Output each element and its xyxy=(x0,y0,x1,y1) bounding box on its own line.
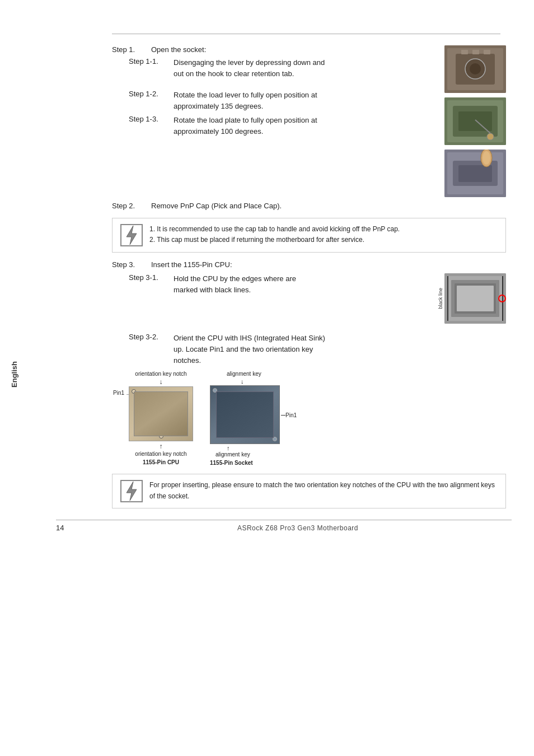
svg-rect-128 xyxy=(265,432,267,433)
svg-rect-31 xyxy=(225,396,227,398)
step1-title: Open the socket: xyxy=(151,45,206,54)
svg-rect-106 xyxy=(265,423,267,424)
socket-diagram: alignment key ↓ xyxy=(210,371,280,466)
cpu-box xyxy=(129,386,193,441)
lightning-icon2 xyxy=(120,480,143,502)
svg-rect-53 xyxy=(225,405,227,407)
svg-rect-107 xyxy=(221,427,222,429)
svg-rect-36 xyxy=(247,396,249,398)
step2-title: Remove PnP Cap (Pick and Place Cap). xyxy=(151,202,282,210)
svg-rect-88 xyxy=(234,418,236,420)
svg-rect-80 xyxy=(247,414,249,416)
step1-block: Step 1. Open the socket: Step 1-1. Disen… xyxy=(112,45,506,197)
notch-top-left xyxy=(132,389,136,394)
svg-rect-35 xyxy=(243,396,245,398)
svg-rect-29 xyxy=(218,394,273,437)
note2-box: For proper inserting, please ensure to m… xyxy=(112,474,506,508)
svg-rect-43 xyxy=(229,400,231,402)
svg-rect-125 xyxy=(252,432,254,433)
svg-rect-102 xyxy=(247,423,249,424)
svg-rect-85 xyxy=(221,418,222,420)
svg-rect-49 xyxy=(256,400,258,402)
svg-rect-63 xyxy=(221,409,222,411)
svg-rect-108 xyxy=(225,427,227,429)
svg-rect-122 xyxy=(238,432,240,433)
step31-label: Step 3-1. xyxy=(129,273,174,282)
svg-rect-46 xyxy=(243,400,245,402)
svg-rect-54 xyxy=(229,405,231,407)
step2-image xyxy=(444,150,506,197)
socket-notch-br xyxy=(273,437,277,441)
step31-image-wrapper: black line xyxy=(438,273,506,324)
svg-marker-20 xyxy=(127,226,137,245)
svg-rect-78 xyxy=(238,414,240,416)
svg-rect-116 xyxy=(261,427,263,429)
svg-rect-76 xyxy=(229,414,231,416)
svg-rect-56 xyxy=(238,405,240,407)
step31-text: Hold the CPU by the edges where are mark… xyxy=(174,273,297,296)
step3-block: Step 3. Insert the 1155-Pin CPU: Step 3-… xyxy=(112,260,506,508)
note1-box: 1. It is recommended to use the cap tab … xyxy=(112,218,506,253)
lightning-icon1 xyxy=(120,224,143,246)
svg-rect-98 xyxy=(229,423,231,424)
socket-notch-tl xyxy=(213,388,217,393)
cpu-pin1-label: Pin1 xyxy=(113,390,124,396)
svg-rect-123 xyxy=(243,432,245,433)
notch-bottom-center xyxy=(159,434,163,438)
svg-rect-83 xyxy=(261,414,263,416)
svg-point-4 xyxy=(470,63,481,74)
svg-rect-59 xyxy=(252,405,254,407)
cpu-bottom-label: orientation key notch xyxy=(135,451,186,457)
svg-rect-71 xyxy=(256,409,258,411)
socket-bottom-label: alignment key xyxy=(216,451,250,458)
socket-pin1-dash xyxy=(281,415,285,416)
svg-rect-68 xyxy=(243,409,245,411)
cpu-sub-label: 1155-Pin CPU xyxy=(143,459,179,465)
svg-rect-87 xyxy=(229,418,231,420)
svg-marker-129 xyxy=(127,482,137,501)
svg-rect-60 xyxy=(256,405,258,407)
svg-rect-77 xyxy=(234,414,236,416)
svg-rect-67 xyxy=(238,409,240,411)
step12-label: Step 1-2. xyxy=(129,90,174,98)
cpu-arrow-down: ↓ xyxy=(160,378,163,386)
svg-rect-38 xyxy=(256,396,258,398)
socket-sub-label: 1155-Pin Socket xyxy=(210,460,253,466)
svg-rect-89 xyxy=(238,418,240,420)
svg-rect-39 xyxy=(261,396,263,398)
svg-rect-40 xyxy=(265,396,267,398)
step32-text: Orient the CPU with IHS (Integrated Heat… xyxy=(174,333,330,366)
top-divider xyxy=(112,34,500,34)
cpu-diagram: orientation key notch ↓ Pin1 → xyxy=(129,371,193,465)
svg-rect-61 xyxy=(261,405,263,407)
svg-rect-73 xyxy=(265,409,267,411)
svg-rect-118 xyxy=(221,432,222,433)
svg-rect-66 xyxy=(234,409,236,411)
step1-image1 xyxy=(444,45,506,93)
step12-text: Rotate the load lever to fully open posi… xyxy=(174,90,330,112)
svg-rect-33 xyxy=(234,396,236,398)
svg-rect-25 xyxy=(457,286,494,311)
note1-item1: 1. It is recommended to use the cap tab … xyxy=(149,224,400,235)
step13-text: Rotate the load plate to fully open posi… xyxy=(174,115,330,137)
svg-rect-64 xyxy=(225,409,227,411)
svg-rect-45 xyxy=(238,400,240,402)
socket-box xyxy=(210,385,280,444)
svg-rect-101 xyxy=(243,423,245,424)
content-area: Step 1. Open the socket: Step 1-1. Disen… xyxy=(112,45,512,508)
svg-rect-109 xyxy=(229,427,231,429)
svg-rect-82 xyxy=(256,414,258,416)
svg-rect-97 xyxy=(225,423,227,424)
svg-rect-75 xyxy=(225,414,227,416)
svg-rect-79 xyxy=(243,414,245,416)
step2-label: Step 2. xyxy=(112,202,151,210)
svg-rect-34 xyxy=(238,396,240,398)
svg-rect-105 xyxy=(261,423,263,424)
step31-cpu-image xyxy=(444,273,506,324)
svg-rect-6 xyxy=(472,50,479,54)
svg-rect-74 xyxy=(221,414,222,416)
step1-label: Step 1. xyxy=(112,45,151,54)
svg-rect-48 xyxy=(252,400,254,402)
svg-rect-110 xyxy=(234,427,236,429)
svg-rect-51 xyxy=(265,400,267,402)
